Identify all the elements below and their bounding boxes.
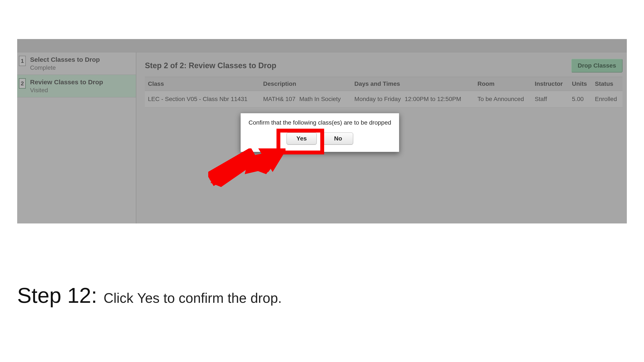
wizard-step-2[interactable]: 2 Review Classes to Drop Visited — [17, 75, 136, 97]
classes-table: Class Description Days and Times Room In… — [145, 77, 622, 107]
wizard-step-1-title: Select Classes to Drop — [30, 56, 100, 63]
col-units: Units — [569, 77, 592, 91]
table-header-row: Class Description Days and Times Room In… — [145, 77, 622, 91]
confirm-drop-dialog: Confirm that the following class(es) are… — [240, 113, 399, 152]
window-titlebar — [17, 39, 627, 52]
caption-text-before: Click — [104, 290, 137, 306]
wizard-sidebar: 1 Select Classes to Drop Complete 2 Revi… — [17, 52, 136, 223]
cell-days-times: Monday to Friday12:00PM to 12:50PM — [352, 91, 474, 107]
table-row: LEC - Section V05 - Class Nbr 11431 MATH… — [145, 91, 622, 107]
confirm-no-button[interactable]: No — [323, 132, 353, 145]
wizard-step-1-status: Complete — [30, 64, 100, 71]
page-title: Step 2 of 2: Review Classes to Drop — [145, 61, 276, 70]
cell-class: LEC - Section V05 - Class Nbr 11431 — [145, 91, 260, 107]
wizard-step-2-number: 2 — [19, 78, 26, 89]
col-instructor: Instructor — [532, 77, 569, 91]
cell-desc-title: Math In Society — [299, 96, 341, 102]
cell-status: Enrolled — [592, 91, 622, 107]
cell-room: To be Announced — [474, 91, 532, 107]
drop-classes-button[interactable]: Drop Classes — [571, 59, 622, 72]
col-days-times: Days and Times — [352, 77, 474, 91]
caption-text: Click Yes to confirm the drop. — [104, 290, 282, 306]
cell-instructor: Staff — [532, 91, 569, 107]
wizard-step-1-text: Select Classes to Drop Complete — [30, 56, 100, 71]
confirm-dialog-buttons: Yes No — [246, 132, 394, 145]
wizard-step-2-status: Visited — [30, 87, 103, 94]
wizard-step-2-text: Review Classes to Drop Visited — [30, 78, 103, 94]
col-class: Class — [145, 77, 260, 91]
wizard-step-2-title: Review Classes to Drop — [30, 78, 103, 86]
cell-desc-code: MATH& 107 — [263, 96, 296, 102]
confirm-dialog-message: Confirm that the following class(es) are… — [246, 119, 394, 126]
col-status: Status — [592, 77, 622, 91]
col-description: Description — [260, 77, 352, 91]
caption-keyword: Yes — [137, 290, 160, 306]
cell-description: MATH& 107Math In Society — [260, 91, 352, 107]
main-header: Step 2 of 2: Review Classes to Drop Drop… — [145, 59, 622, 72]
app-window: 1 Select Classes to Drop Complete 2 Revi… — [17, 39, 627, 223]
wizard-step-1-number: 1 — [19, 56, 26, 66]
caption-step-label: Step 12: — [17, 283, 97, 308]
tutorial-caption: Step 12: Click Yes to confirm the drop. — [17, 283, 618, 308]
caption-text-after: to confirm the drop. — [160, 290, 282, 306]
cell-days: Monday to Friday — [354, 96, 401, 102]
cell-units: 5.00 — [569, 91, 592, 107]
cell-times: 12:00PM to 12:50PM — [405, 96, 461, 102]
wizard-step-1[interactable]: 1 Select Classes to Drop Complete — [17, 52, 136, 75]
col-room: Room — [474, 77, 532, 91]
confirm-yes-button[interactable]: Yes — [286, 132, 317, 145]
